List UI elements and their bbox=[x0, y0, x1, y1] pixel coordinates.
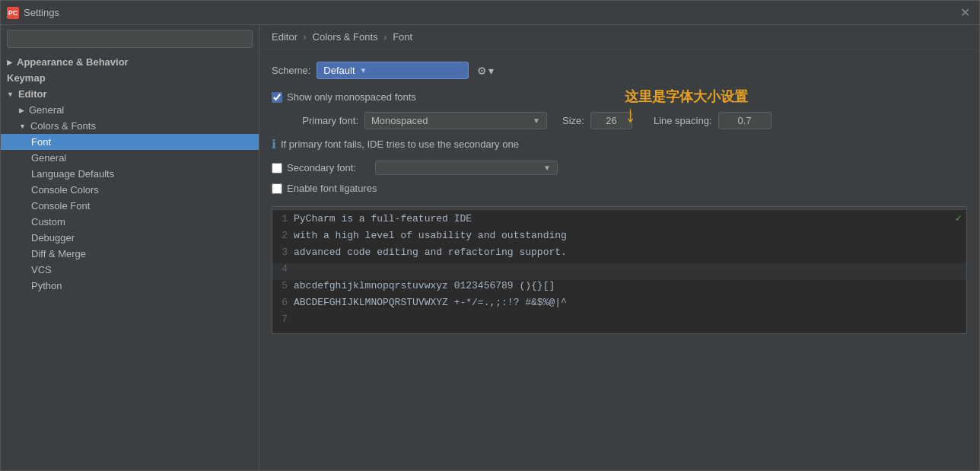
title-bar: PC Settings ✕ bbox=[1, 1, 979, 25]
info-row: ℹ If primary font fails, IDE tries to us… bbox=[272, 137, 967, 151]
line-num-2: 2 bbox=[272, 230, 294, 247]
primary-font-dropdown[interactable]: Monospaced ▼ bbox=[364, 112, 547, 129]
app-icon: PC bbox=[7, 7, 19, 19]
line-content-2: with a high level of usability and outst… bbox=[294, 230, 567, 247]
scheme-row: Scheme: Default ▼ ⚙ ▾ bbox=[272, 62, 967, 79]
line-content-5: abcdefghijklmnopqrstuvwxyz 0123456789 ()… bbox=[294, 280, 555, 297]
settings-window: PC Settings ✕ ▶ Appearance & Behavior Ke… bbox=[0, 0, 980, 471]
dropdown-arrow-icon: ▼ bbox=[360, 66, 368, 75]
secondary-font-dropdown-arrow-icon: ▼ bbox=[543, 164, 551, 172]
scheme-dropdown[interactable]: Default ▼ bbox=[317, 62, 469, 79]
linespacing-label: Line spacing: bbox=[654, 115, 712, 126]
search-box bbox=[7, 30, 253, 48]
sidebar-item-diff-merge[interactable]: Diff & Merge bbox=[1, 246, 259, 262]
sidebar-item-debugger[interactable]: Debugger bbox=[1, 230, 259, 246]
breadcrumb-sep1: › bbox=[304, 31, 307, 43]
sidebar-item-label: Console Font bbox=[31, 200, 90, 212]
breadcrumb-part3: Font bbox=[393, 31, 412, 43]
preview-line-6: 6 ABCDEFGHIJKLMNOPQRSTUVWXYZ +-*/=.,;:!?… bbox=[272, 297, 966, 313]
scheme-label: Scheme: bbox=[272, 65, 310, 76]
line-num-3: 3 bbox=[272, 247, 294, 263]
linespacing-input[interactable] bbox=[718, 112, 772, 129]
ligatures-checkbox[interactable] bbox=[272, 183, 282, 194]
sidebar-item-custom[interactable]: Custom bbox=[1, 214, 259, 230]
breadcrumb-part1: Editor bbox=[272, 31, 298, 43]
line-content-6: ABCDEFGHIJKLMNOPQRSTUVWXYZ +-*/=.,;:!? #… bbox=[294, 297, 567, 313]
secondary-font-dropdown[interactable]: ▼ bbox=[375, 161, 558, 175]
line-content-3: advanced code editing and refactoring su… bbox=[294, 247, 567, 263]
sidebar-item-colors-fonts[interactable]: ▼ Colors & Fonts bbox=[1, 118, 259, 134]
size-label: Size: bbox=[562, 115, 584, 126]
preview-lines: 1 PyCharm is a full-featured IDE 2 with … bbox=[272, 210, 966, 333]
size-input[interactable] bbox=[590, 112, 632, 129]
primary-font-row: Primary font: Monospaced ▼ Size: Line sp… bbox=[290, 112, 967, 129]
checkmark-icon: ✓ bbox=[956, 212, 962, 224]
sidebar-item-python[interactable]: Python bbox=[1, 278, 259, 294]
main-panel: Editor › Colors & Fonts › Font Scheme: D… bbox=[259, 25, 979, 470]
preview-line-5: 5 abcdefghijklmnopqrstuvwxyz 0123456789 … bbox=[272, 280, 966, 297]
primary-font-value: Monospaced bbox=[371, 115, 428, 126]
sidebar-item-label: Font bbox=[31, 136, 51, 148]
sidebar: ▶ Appearance & Behavior Keymap ▼ Editor … bbox=[1, 25, 259, 470]
sidebar-item-label: VCS bbox=[31, 264, 52, 275]
sidebar-item-console-font[interactable]: Console Font bbox=[1, 198, 259, 214]
monospaced-checkbox[interactable] bbox=[272, 92, 282, 103]
sidebar-item-label: Custom bbox=[31, 216, 65, 228]
sidebar-item-label: Console Colors bbox=[31, 184, 99, 196]
sidebar-item-label: Python bbox=[31, 280, 62, 291]
sidebar-item-keymap[interactable]: Keymap bbox=[1, 70, 259, 86]
sidebar-item-appearance[interactable]: ▶ Appearance & Behavior bbox=[1, 54, 259, 70]
breadcrumb: Editor › Colors & Fonts › Font bbox=[259, 25, 979, 49]
sidebar-item-label: Appearance & Behavior bbox=[17, 56, 129, 68]
ligatures-label: Enable font ligatures bbox=[287, 183, 377, 194]
preview-line-4: 4 bbox=[272, 263, 966, 280]
line-num-1: 1 bbox=[272, 213, 294, 230]
settings-content: Scheme: Default ▼ ⚙ ▾ Show only monospac… bbox=[259, 49, 979, 470]
close-button[interactable]: ✕ bbox=[957, 5, 973, 20]
secondary-font-label: Secondary font: bbox=[287, 162, 371, 173]
sidebar-item-label: Editor bbox=[18, 88, 47, 100]
sidebar-item-label: General bbox=[29, 104, 64, 116]
sidebar-item-console-colors[interactable]: Console Colors bbox=[1, 182, 259, 198]
monospaced-checkbox-row: Show only monospaced fonts bbox=[272, 91, 967, 103]
line-num-4: 4 bbox=[272, 263, 294, 280]
line-num-6: 6 bbox=[272, 297, 294, 313]
info-text: If primary font fails, IDE tries to use … bbox=[281, 138, 519, 150]
sidebar-item-label: Diff & Merge bbox=[31, 248, 86, 259]
secondary-font-checkbox[interactable] bbox=[272, 163, 282, 173]
info-icon: ℹ bbox=[272, 137, 276, 151]
secondary-font-row: Secondary font: ▼ bbox=[272, 161, 967, 175]
preview-line-7: 7 bbox=[272, 313, 966, 330]
line-content-1: PyCharm is a full-featured IDE bbox=[294, 213, 472, 230]
sidebar-item-label: Keymap bbox=[7, 72, 46, 84]
ligatures-row: Enable font ligatures bbox=[272, 183, 967, 194]
search-input[interactable] bbox=[7, 30, 253, 48]
sidebar-item-general2[interactable]: General bbox=[1, 150, 259, 166]
nav-tree: ▶ Appearance & Behavior Keymap ▼ Editor … bbox=[1, 53, 259, 470]
sidebar-item-label: General bbox=[31, 152, 66, 164]
sidebar-item-font[interactable]: Font bbox=[1, 134, 259, 150]
primary-font-dropdown-arrow-icon: ▼ bbox=[533, 116, 540, 125]
gear-icon: ⚙ bbox=[477, 65, 487, 77]
breadcrumb-part2: Colors & Fonts bbox=[313, 31, 378, 43]
primary-font-label: Primary font: bbox=[290, 115, 358, 126]
triangle-icon: ▶ bbox=[19, 107, 24, 114]
sidebar-item-general[interactable]: ▶ General bbox=[1, 102, 259, 118]
scheme-value: Default bbox=[323, 65, 355, 76]
sidebar-item-vcs[interactable]: VCS bbox=[1, 262, 259, 278]
preview-panel: ✓ 1 PyCharm is a full-featured IDE 2 wit… bbox=[272, 206, 967, 334]
preview-line-1: 1 PyCharm is a full-featured IDE bbox=[272, 213, 966, 230]
gear-arrow-icon: ▾ bbox=[488, 65, 494, 77]
sidebar-item-editor[interactable]: ▼ Editor bbox=[1, 86, 259, 102]
gear-button[interactable]: ⚙ ▾ bbox=[475, 62, 496, 79]
main-content: ▶ Appearance & Behavior Keymap ▼ Editor … bbox=[1, 25, 979, 470]
preview-line-2: 2 with a high level of usability and out… bbox=[272, 230, 966, 247]
preview-line-3: 3 advanced code editing and refactoring … bbox=[272, 247, 966, 263]
monospaced-label: Show only monospaced fonts bbox=[287, 91, 416, 103]
line-num-5: 5 bbox=[272, 280, 294, 297]
triangle-icon: ▼ bbox=[7, 91, 14, 98]
window-title: Settings bbox=[24, 7, 957, 18]
sidebar-item-label: Debugger bbox=[31, 232, 75, 243]
breadcrumb-sep2: › bbox=[383, 31, 387, 43]
sidebar-item-language-defaults[interactable]: Language Defaults bbox=[1, 166, 259, 182]
